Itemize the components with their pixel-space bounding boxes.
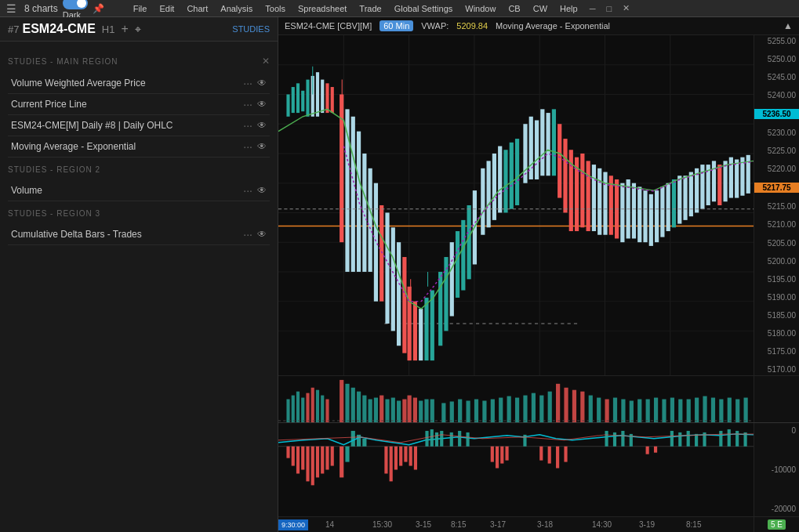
svg-rect-140 <box>507 396 511 422</box>
svg-rect-148 <box>572 390 576 422</box>
svg-rect-20 <box>292 87 295 113</box>
study-item-cum-delta[interactable]: Cumulative Delta Bars - Trades ··· 👁 <box>8 224 270 245</box>
svg-rect-120 <box>369 400 372 423</box>
time-label-318: 3-18 <box>537 520 553 529</box>
menu-cw[interactable]: CW <box>529 2 551 15</box>
close-btn[interactable]: ✕ <box>619 3 633 13</box>
menu-analysis[interactable]: Analysis <box>216 2 256 15</box>
svg-rect-26 <box>321 80 324 113</box>
chart-canvas-wrapper[interactable]: 5255.00 5250.00 5245.00 5240.00 5236.50 … <box>278 35 799 375</box>
svg-rect-33 <box>362 154 366 272</box>
study-eye-daily-ohlc[interactable]: 👁 <box>257 120 267 131</box>
svg-rect-213 <box>621 431 624 447</box>
svg-rect-80 <box>637 186 641 242</box>
study-eye-ma-exp[interactable]: 👁 <box>257 141 267 152</box>
add-study-button[interactable]: + <box>121 22 128 36</box>
svg-rect-93 <box>712 161 716 201</box>
study-name-vwap: Volume Weighted Average Price <box>11 78 243 89</box>
svg-rect-149 <box>580 392 584 422</box>
time-label-1530: 15:30 <box>372 520 392 529</box>
studies-button[interactable]: STUDIES <box>232 24 270 34</box>
chart-symbol: ESM24-CME <box>22 22 95 36</box>
svg-rect-71 <box>587 161 590 231</box>
pin-icon[interactable]: 📌 <box>93 3 104 14</box>
menu-trade[interactable]: Trade <box>355 2 385 15</box>
menu-window[interactable]: Window <box>461 2 499 15</box>
svg-rect-114 <box>325 400 329 423</box>
study-dots-vwap[interactable]: ··· <box>243 77 252 89</box>
study-eye-current-price[interactable]: 👁 <box>257 99 267 110</box>
study-eye-volume[interactable]: 👁 <box>257 185 267 196</box>
study-item-daily-ohlc[interactable]: ESM24-CME[M] Daily #8 | Daily OHLC ··· 👁 <box>8 115 270 136</box>
time-label-14: 14 <box>325 520 334 529</box>
svg-rect-164 <box>703 396 706 422</box>
svg-rect-35 <box>374 183 378 302</box>
study-dots-ma-exp[interactable]: ··· <box>243 140 252 153</box>
svg-rect-196 <box>430 429 434 447</box>
svg-rect-51 <box>467 205 471 279</box>
price-5190: 5190.00 <box>754 293 799 302</box>
menu-chart[interactable]: Chart <box>183 2 212 15</box>
price-5220: 5220.00 <box>754 165 799 173</box>
menu-file[interactable]: File <box>129 2 151 15</box>
study-eye-vwap[interactable]: 👁 <box>257 78 267 89</box>
info-timeframe[interactable]: 60 Min <box>380 20 413 31</box>
study-item-vwap[interactable]: Volume Weighted Average Price ··· 👁 <box>8 73 270 94</box>
restore-btn[interactable]: □ <box>603 4 615 13</box>
svg-rect-42 <box>413 302 417 360</box>
menu-global-settings[interactable]: Global Settings <box>390 2 457 15</box>
svg-rect-48 <box>450 242 454 316</box>
svg-rect-215 <box>646 447 649 454</box>
study-item-ma-exp[interactable]: Moving Average - Exponential ··· 👁 <box>8 136 270 157</box>
study-actions-vwap: ··· 👁 <box>243 77 267 89</box>
svg-rect-183 <box>340 447 343 478</box>
time-axis-spacer: 5 E <box>754 517 799 532</box>
charts-count: 8 charts <box>24 3 58 14</box>
price-5205: 5205.00 <box>754 239 799 248</box>
svg-rect-202 <box>491 447 494 462</box>
study-dots-cum-delta[interactable]: ··· <box>243 228 252 241</box>
delta-section: Cumulative Delta Bars - Trades <box>278 422 799 516</box>
study-eye-cum-delta[interactable]: 👁 <box>257 229 267 240</box>
svg-rect-121 <box>374 398 378 422</box>
svg-rect-66 <box>557 124 561 197</box>
study-dots-current-price[interactable]: ··· <box>243 98 252 110</box>
svg-rect-53 <box>481 168 485 235</box>
svg-rect-175 <box>296 447 300 474</box>
svg-rect-128 <box>413 398 417 422</box>
menu-edit[interactable]: Edit <box>155 2 178 15</box>
studies-sections: STUDIES - MAIN REGION ✕ Volume Weighted … <box>0 42 278 532</box>
menu-cb[interactable]: CB <box>504 2 524 15</box>
volume-price-axis <box>754 376 799 422</box>
study-dots-volume[interactable]: ··· <box>243 184 252 197</box>
svg-rect-163 <box>695 398 699 422</box>
svg-rect-153 <box>613 398 617 422</box>
price-5215: 5215.00 <box>754 202 799 211</box>
svg-rect-154 <box>621 400 625 423</box>
study-item-current-price[interactable]: Current Price Line ··· 👁 <box>8 94 270 115</box>
menu-help[interactable]: Help <box>556 2 582 15</box>
dark-mode-toggle[interactable] <box>63 0 88 9</box>
menu-tools[interactable]: Tools <box>261 2 289 15</box>
svg-rect-204 <box>500 447 503 464</box>
studies-main-region-close[interactable]: ✕ <box>262 56 270 67</box>
study-name-volume: Volume <box>11 185 243 196</box>
app-hamburger-icon[interactable]: ☰ <box>6 2 16 15</box>
study-name-cum-delta: Cumulative Delta Bars - Trades <box>11 229 243 240</box>
study-actions-ma-exp: ··· 👁 <box>243 140 267 153</box>
study-item-volume[interactable]: Volume ··· 👁 <box>8 180 270 201</box>
minimize-btn[interactable]: ─ <box>587 4 599 13</box>
study-dots-daily-ohlc[interactable]: ··· <box>243 119 252 132</box>
svg-rect-225 <box>744 432 747 447</box>
price-5185: 5185.00 <box>754 311 799 320</box>
svg-rect-145 <box>548 392 552 422</box>
chart-collapse-button[interactable]: ▲ <box>783 20 793 31</box>
svg-rect-216 <box>654 447 657 453</box>
study-name-daily-ohlc: ESM24-CME[M] Daily #8 | Daily OHLC <box>11 120 243 131</box>
svg-rect-50 <box>461 220 465 291</box>
svg-rect-67 <box>563 139 567 212</box>
svg-rect-134 <box>458 400 462 423</box>
svg-rect-141 <box>515 398 519 422</box>
chart-area: ESM24-CME [CBV][M] 60 Min VWAP: 5209.84 … <box>278 17 799 532</box>
menu-spreadsheet[interactable]: Spreadsheet <box>294 2 350 15</box>
